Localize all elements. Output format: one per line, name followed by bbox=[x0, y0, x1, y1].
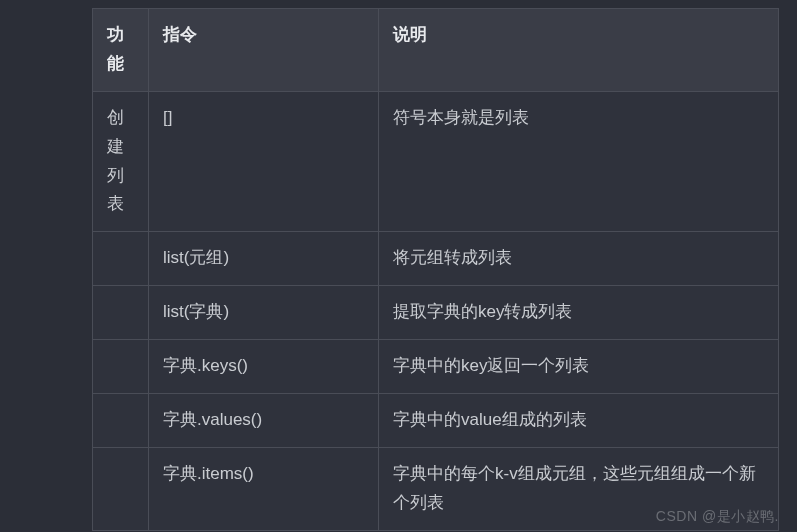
cell-cmd: list(元组) bbox=[149, 232, 379, 286]
table-row: 字典.values() 字典中的value组成的列表 bbox=[93, 394, 779, 448]
cell-func bbox=[93, 394, 149, 448]
watermark-text: CSDN @是小赵鸭. bbox=[656, 508, 779, 526]
table-row: 创建列表 [] 符号本身就是列表 bbox=[93, 91, 779, 232]
cell-cmd: list(字典) bbox=[149, 286, 379, 340]
header-cmd: 指令 bbox=[149, 9, 379, 92]
cell-desc: 字典中的key返回一个列表 bbox=[379, 340, 779, 394]
cell-cmd: 字典.keys() bbox=[149, 340, 379, 394]
cell-desc: 符号本身就是列表 bbox=[379, 91, 779, 232]
cell-cmd: [] bbox=[149, 91, 379, 232]
table-row: 字典.keys() 字典中的key返回一个列表 bbox=[93, 340, 779, 394]
table-header-row: 功能 指令 说明 bbox=[93, 9, 779, 92]
cell-desc: 将元组转成列表 bbox=[379, 232, 779, 286]
cell-cmd: 字典.values() bbox=[149, 394, 379, 448]
page-container: 功能 指令 说明 创建列表 [] 符号本身就是列表 list(元组) 将元组转成… bbox=[0, 0, 797, 532]
table-row: list(字典) 提取字典的key转成列表 bbox=[93, 286, 779, 340]
cell-desc: 字典中的value组成的列表 bbox=[379, 394, 779, 448]
cell-func: 创建列表 bbox=[93, 91, 149, 232]
cell-func bbox=[93, 232, 149, 286]
header-func: 功能 bbox=[93, 9, 149, 92]
header-desc: 说明 bbox=[379, 9, 779, 92]
cell-func bbox=[93, 447, 149, 530]
table-row: list(元组) 将元组转成列表 bbox=[93, 232, 779, 286]
cell-func bbox=[93, 340, 149, 394]
cell-cmd: 字典.items() bbox=[149, 447, 379, 530]
reference-table: 功能 指令 说明 创建列表 [] 符号本身就是列表 list(元组) 将元组转成… bbox=[92, 8, 779, 531]
cell-desc: 提取字典的key转成列表 bbox=[379, 286, 779, 340]
cell-func bbox=[93, 286, 149, 340]
